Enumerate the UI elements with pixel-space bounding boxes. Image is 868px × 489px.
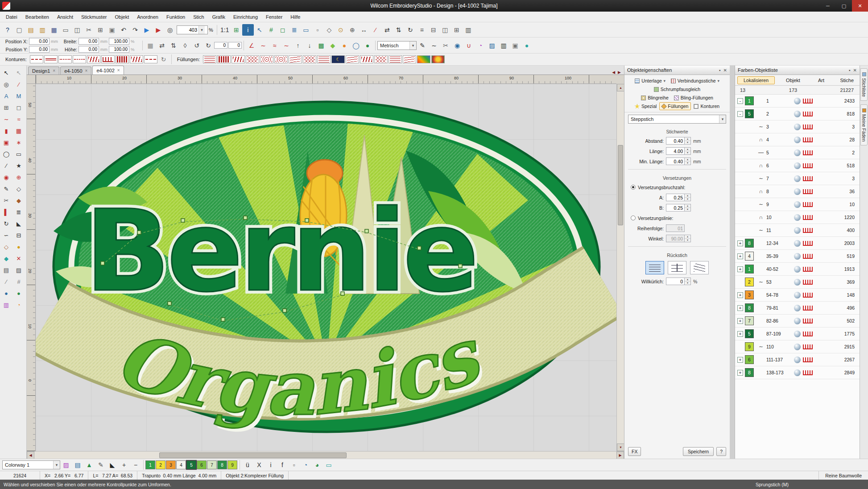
menu-datei[interactable]: Datei bbox=[2, 12, 21, 21]
a-input[interactable] bbox=[666, 194, 685, 201]
winkel-spinner[interactable]: ▴▾ bbox=[685, 235, 691, 242]
toggle-u-icon[interactable]: ü bbox=[242, 459, 253, 471]
kontur-skulptur-chip[interactable] bbox=[144, 55, 157, 63]
stitch-player-icon[interactable]: ▶ bbox=[141, 24, 153, 36]
min-laenge-input[interactable] bbox=[666, 157, 685, 165]
color-film-tool-icon[interactable]: ▥ bbox=[0, 299, 12, 311]
menu-ansicht[interactable]: Ansicht bbox=[53, 12, 77, 21]
fuellung-bunt-chip[interactable] bbox=[417, 55, 430, 63]
props-close-icon[interactable]: ✕ bbox=[723, 68, 727, 73]
motif-tool-icon[interactable]: ∗ bbox=[12, 137, 25, 148]
print-preview-icon[interactable]: ◫ bbox=[71, 24, 83, 36]
meine-faeden-tab[interactable]: Meine Fäden bbox=[860, 104, 868, 145]
fuellung-tatami-chip[interactable] bbox=[203, 55, 216, 63]
fuellung-rad-chip[interactable] bbox=[431, 55, 445, 63]
lettering-tool-icon[interactable]: A bbox=[0, 90, 12, 102]
mesh-tool-icon[interactable]: # bbox=[12, 276, 25, 287]
objekt-column-header[interactable]: Objekt bbox=[778, 78, 808, 83]
object-row[interactable]: +140-521913 bbox=[735, 263, 860, 276]
abstand-input[interactable] bbox=[666, 137, 685, 145]
bling-tool-icon[interactable]: ◆ bbox=[0, 253, 12, 264]
thread-chart-icon[interactable]: ▨ bbox=[486, 40, 498, 51]
object-row[interactable]: —52 bbox=[735, 146, 860, 159]
menu-objekt[interactable]: Objekt bbox=[111, 12, 133, 21]
knife-icon[interactable]: ✂ bbox=[440, 40, 451, 51]
object-row[interactable]: +435-39519 bbox=[735, 250, 860, 263]
bucket-fill-icon[interactable]: ◣ bbox=[107, 459, 118, 471]
menu-einrichtung[interactable]: Einrichtung bbox=[229, 12, 262, 21]
open-design-icon[interactable]: ▤ bbox=[25, 24, 37, 36]
expand-icon[interactable]: + bbox=[737, 240, 743, 246]
object-row[interactable]: +8138-1732849 bbox=[735, 366, 860, 379]
scroll-left-icon[interactable]: ◀ bbox=[27, 452, 34, 459]
laenge-input[interactable] bbox=[666, 147, 685, 155]
palette-color-5[interactable]: 5 bbox=[186, 460, 196, 469]
scroll-down-icon[interactable]: ▾ bbox=[617, 443, 624, 451]
document-tab-e41050[interactable]: e4-1050× bbox=[60, 66, 91, 75]
select-box-icon[interactable]: ▫ bbox=[312, 24, 323, 36]
vertical-scrollbar[interactable]: ▴ ▾ bbox=[616, 84, 624, 451]
tab-bling-fuellungen[interactable]: Bling-Füllungen bbox=[671, 94, 716, 102]
photo-tool-icon[interactable]: ▤ bbox=[0, 264, 12, 276]
color-wheel-icon[interactable]: ◔ bbox=[475, 40, 486, 51]
satin-tool-icon[interactable]: ▮ bbox=[0, 125, 12, 137]
ellipse-tool-icon[interactable]: ◯ bbox=[0, 148, 12, 160]
target-tool-icon[interactable]: ⊕ bbox=[12, 171, 25, 183]
versetzungsbruchzahl-radio[interactable] bbox=[631, 185, 636, 190]
new-design-icon[interactable]: ▢ bbox=[13, 24, 25, 36]
box3d-icon[interactable]: ▣ bbox=[509, 40, 521, 51]
winkel-input[interactable] bbox=[666, 235, 685, 242]
pen-tool-icon[interactable]: ✎ bbox=[0, 183, 12, 195]
stitch-view-icon[interactable]: ≣ bbox=[289, 24, 300, 36]
rueckstich-diagonal-button[interactable] bbox=[690, 261, 709, 274]
reshape-tool-icon[interactable]: ↖ bbox=[12, 67, 25, 79]
run-pattern-icon[interactable]: ∼ bbox=[257, 40, 269, 51]
tab-close-icon[interactable]: × bbox=[53, 68, 55, 73]
tab-konturen[interactable]: Konturen bbox=[691, 102, 722, 110]
table-icon[interactable]: ⊞ bbox=[451, 24, 463, 36]
expand-icon[interactable]: + bbox=[737, 253, 743, 259]
zoom-tool-icon[interactable]: ◎ bbox=[164, 24, 176, 36]
expand-icon[interactable]: + bbox=[737, 370, 743, 376]
fuellung-motiv-chip[interactable] bbox=[231, 55, 245, 63]
offset-tool-icon[interactable]: ⊟ bbox=[12, 229, 25, 241]
expand-icon[interactable]: + bbox=[737, 331, 743, 337]
kontur-kreis-icon[interactable]: ↻ bbox=[158, 54, 169, 65]
object-row[interactable]: ∩428 bbox=[735, 133, 860, 146]
help-button[interactable]: ? bbox=[716, 447, 726, 456]
object-row[interactable]: ∼910 bbox=[735, 198, 860, 211]
cut-icon[interactable]: ✂ bbox=[83, 24, 95, 36]
machine-run-icon[interactable]: ▶ bbox=[153, 24, 164, 36]
horizontal-scroll-thumb[interactable] bbox=[159, 452, 347, 458]
fuellung-flexi-chip[interactable] bbox=[403, 55, 416, 63]
tab-spezial[interactable]: Spezial bbox=[632, 102, 659, 110]
blue-ring-icon[interactable]: ◯ bbox=[350, 40, 362, 51]
edit-colorway-icon[interactable]: ▨ bbox=[60, 459, 72, 471]
tab-verbindungsstiche[interactable]: Verbindungsstiche▾ bbox=[668, 77, 722, 85]
add-color-icon[interactable]: + bbox=[118, 459, 130, 471]
cross-stitch-tool-icon[interactable]: ✕ bbox=[12, 253, 25, 264]
print-icon[interactable]: ▭ bbox=[60, 24, 71, 36]
cone-icon[interactable]: ▲ bbox=[83, 459, 95, 471]
open-object-icon[interactable]: ✎ bbox=[417, 40, 428, 51]
zoom-combo[interactable]: ▾ bbox=[177, 25, 208, 34]
columns-icon[interactable]: ▥ bbox=[463, 24, 474, 36]
blue-sphere-tool-icon[interactable]: ● bbox=[0, 287, 12, 299]
stiche-column-header[interactable]: Stiche bbox=[835, 78, 857, 83]
mirror-v-icon[interactable]: ⇅ bbox=[393, 24, 405, 36]
object-row[interactable]: -52818 bbox=[735, 108, 860, 120]
min-laenge-spinner[interactable]: ▴▾ bbox=[685, 157, 691, 165]
object-row[interactable]: -112433 bbox=[735, 95, 860, 108]
hoop-toggle-icon[interactable]: ◻ bbox=[277, 24, 289, 36]
menu-stich[interactable]: Stich bbox=[189, 12, 208, 21]
object-row[interactable]: +812-342003 bbox=[735, 237, 860, 250]
kontur-satin-chip[interactable] bbox=[116, 55, 129, 63]
select-tool-icon[interactable]: ↖ bbox=[0, 67, 12, 79]
bucket-tool-icon[interactable]: ◣ bbox=[12, 218, 25, 229]
rotate-cw-icon[interactable]: ↻ bbox=[203, 40, 214, 51]
colors-pin-icon[interactable]: ▪ bbox=[849, 68, 851, 73]
zoom-1to1-icon[interactable]: 1:1 bbox=[219, 24, 231, 36]
monitor-icon[interactable]: ▭ bbox=[323, 459, 335, 471]
menu-stickmuster[interactable]: Stickmuster bbox=[77, 12, 111, 21]
speichern-button[interactable]: Speichern bbox=[683, 447, 714, 456]
